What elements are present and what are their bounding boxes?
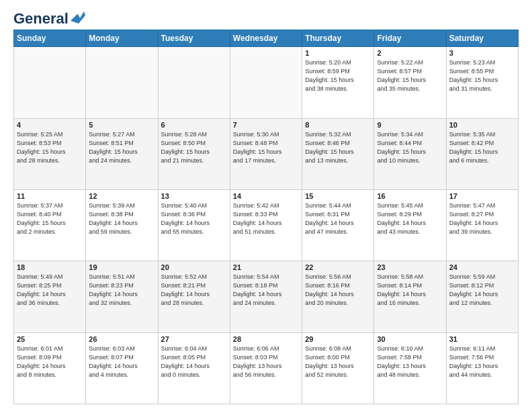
day-cell-20: 20Sunrise: 5:52 AM Sunset: 8:21 PM Dayli… bbox=[158, 261, 230, 332]
day-cell-5: 5Sunrise: 5:27 AM Sunset: 8:51 PM Daylig… bbox=[86, 118, 158, 189]
day-number: 2 bbox=[377, 49, 443, 57]
day-number: 30 bbox=[377, 335, 443, 343]
day-info: Sunrise: 5:40 AM Sunset: 8:36 PM Dayligh… bbox=[161, 201, 227, 236]
logo-bird-icon bbox=[71, 11, 85, 24]
logo-general: General bbox=[13, 10, 69, 27]
day-info: Sunrise: 5:47 AM Sunset: 8:27 PM Dayligh… bbox=[449, 201, 515, 236]
day-cell-3: 3Sunrise: 5:23 AM Sunset: 8:55 PM Daylig… bbox=[446, 47, 518, 118]
empty-cell bbox=[14, 47, 86, 118]
day-cell-28: 28Sunrise: 6:06 AM Sunset: 8:03 PM Dayli… bbox=[230, 332, 302, 404]
day-info: Sunrise: 5:35 AM Sunset: 8:42 PM Dayligh… bbox=[449, 130, 515, 165]
day-number: 12 bbox=[89, 192, 154, 200]
day-cell-26: 26Sunrise: 6:03 AM Sunset: 8:07 PM Dayli… bbox=[86, 332, 158, 404]
day-info: Sunrise: 5:44 AM Sunset: 8:31 PM Dayligh… bbox=[305, 201, 371, 236]
day-info: Sunrise: 5:42 AM Sunset: 8:33 PM Dayligh… bbox=[233, 201, 299, 236]
week-row-4: 18Sunrise: 5:49 AM Sunset: 8:25 PM Dayli… bbox=[14, 261, 519, 332]
day-info: Sunrise: 5:23 AM Sunset: 8:55 PM Dayligh… bbox=[449, 58, 515, 93]
day-number: 6 bbox=[161, 121, 227, 129]
day-number: 15 bbox=[305, 192, 371, 200]
day-number: 22 bbox=[305, 263, 371, 271]
day-number: 27 bbox=[161, 335, 227, 343]
day-number: 13 bbox=[161, 192, 227, 200]
day-info: Sunrise: 5:51 AM Sunset: 8:23 PM Dayligh… bbox=[89, 273, 154, 308]
day-number: 19 bbox=[89, 263, 154, 271]
day-cell-30: 30Sunrise: 6:10 AM Sunset: 7:58 PM Dayli… bbox=[374, 332, 446, 404]
day-info: Sunrise: 5:27 AM Sunset: 8:51 PM Dayligh… bbox=[89, 130, 154, 165]
day-info: Sunrise: 5:34 AM Sunset: 8:44 PM Dayligh… bbox=[377, 130, 443, 165]
logo-text-general: General bbox=[13, 11, 69, 27]
day-number: 7 bbox=[233, 121, 299, 129]
day-info: Sunrise: 5:20 AM Sunset: 8:59 PM Dayligh… bbox=[305, 58, 371, 93]
day-number: 24 bbox=[449, 263, 515, 271]
day-info: Sunrise: 5:56 AM Sunset: 8:16 PM Dayligh… bbox=[305, 273, 371, 308]
day-cell-6: 6Sunrise: 5:28 AM Sunset: 8:50 PM Daylig… bbox=[158, 118, 230, 189]
day-info: Sunrise: 5:28 AM Sunset: 8:50 PM Dayligh… bbox=[161, 130, 227, 165]
day-info: Sunrise: 6:06 AM Sunset: 8:03 PM Dayligh… bbox=[233, 345, 299, 379]
day-cell-21: 21Sunrise: 5:54 AM Sunset: 8:18 PM Dayli… bbox=[230, 261, 302, 332]
day-cell-29: 29Sunrise: 6:08 AM Sunset: 8:00 PM Dayli… bbox=[302, 332, 374, 404]
day-cell-25: 25Sunrise: 6:01 AM Sunset: 8:09 PM Dayli… bbox=[14, 332, 86, 404]
day-info: Sunrise: 6:10 AM Sunset: 7:58 PM Dayligh… bbox=[377, 345, 443, 379]
day-info: Sunrise: 5:39 AM Sunset: 8:38 PM Dayligh… bbox=[89, 201, 154, 236]
day-info: Sunrise: 6:11 AM Sunset: 7:56 PM Dayligh… bbox=[449, 345, 515, 379]
day-cell-2: 2Sunrise: 5:22 AM Sunset: 8:57 PM Daylig… bbox=[374, 47, 446, 118]
day-cell-16: 16Sunrise: 5:45 AM Sunset: 8:29 PM Dayli… bbox=[374, 189, 446, 261]
day-cell-24: 24Sunrise: 5:59 AM Sunset: 8:12 PM Dayli… bbox=[446, 261, 518, 332]
day-number: 5 bbox=[89, 121, 154, 129]
day-cell-1: 1Sunrise: 5:20 AM Sunset: 8:59 PM Daylig… bbox=[302, 47, 374, 118]
day-number: 14 bbox=[233, 192, 299, 200]
day-info: Sunrise: 5:22 AM Sunset: 8:57 PM Dayligh… bbox=[377, 58, 443, 93]
day-cell-18: 18Sunrise: 5:49 AM Sunset: 8:25 PM Dayli… bbox=[14, 261, 86, 332]
day-info: Sunrise: 5:52 AM Sunset: 8:21 PM Dayligh… bbox=[161, 273, 227, 308]
day-info: Sunrise: 5:25 AM Sunset: 8:53 PM Dayligh… bbox=[17, 130, 83, 165]
day-number: 31 bbox=[449, 335, 515, 343]
day-cell-9: 9Sunrise: 5:34 AM Sunset: 8:44 PM Daylig… bbox=[374, 118, 446, 189]
weekday-header-row: SundayMondayTuesdayWednesdayThursdayFrid… bbox=[14, 30, 519, 47]
week-row-1: 1Sunrise: 5:20 AM Sunset: 8:59 PM Daylig… bbox=[14, 47, 519, 118]
day-number: 4 bbox=[17, 121, 83, 129]
day-cell-19: 19Sunrise: 5:51 AM Sunset: 8:23 PM Dayli… bbox=[86, 261, 158, 332]
day-number: 17 bbox=[449, 192, 515, 200]
day-info: Sunrise: 6:08 AM Sunset: 8:00 PM Dayligh… bbox=[305, 345, 371, 379]
day-cell-12: 12Sunrise: 5:39 AM Sunset: 8:38 PM Dayli… bbox=[86, 189, 158, 261]
day-cell-31: 31Sunrise: 6:11 AM Sunset: 7:56 PM Dayli… bbox=[446, 332, 518, 404]
day-cell-10: 10Sunrise: 5:35 AM Sunset: 8:42 PM Dayli… bbox=[446, 118, 518, 189]
empty-cell bbox=[86, 47, 158, 118]
day-number: 28 bbox=[233, 335, 299, 343]
day-number: 23 bbox=[377, 263, 443, 271]
day-info: Sunrise: 5:54 AM Sunset: 8:18 PM Dayligh… bbox=[233, 273, 299, 308]
weekday-header-saturday: Saturday bbox=[446, 30, 518, 47]
day-cell-7: 7Sunrise: 5:30 AM Sunset: 8:48 PM Daylig… bbox=[230, 118, 302, 189]
weekday-header-wednesday: Wednesday bbox=[230, 30, 302, 47]
day-number: 25 bbox=[17, 335, 83, 343]
calendar-table: SundayMondayTuesdayWednesdayThursdayFrid… bbox=[13, 30, 519, 404]
empty-cell bbox=[158, 47, 230, 118]
day-info: Sunrise: 5:59 AM Sunset: 8:12 PM Dayligh… bbox=[449, 273, 515, 308]
header: General bbox=[13, 11, 519, 24]
day-info: Sunrise: 5:32 AM Sunset: 8:46 PM Dayligh… bbox=[305, 130, 371, 165]
day-cell-13: 13Sunrise: 5:40 AM Sunset: 8:36 PM Dayli… bbox=[158, 189, 230, 261]
day-number: 1 bbox=[305, 49, 371, 57]
day-info: Sunrise: 5:37 AM Sunset: 8:40 PM Dayligh… bbox=[17, 201, 83, 236]
day-info: Sunrise: 6:04 AM Sunset: 8:05 PM Dayligh… bbox=[161, 345, 227, 379]
weekday-header-monday: Monday bbox=[86, 30, 158, 47]
day-number: 11 bbox=[17, 192, 83, 200]
day-number: 9 bbox=[377, 121, 443, 129]
day-cell-8: 8Sunrise: 5:32 AM Sunset: 8:46 PM Daylig… bbox=[302, 118, 374, 189]
day-number: 26 bbox=[89, 335, 154, 343]
day-number: 20 bbox=[161, 263, 227, 271]
day-info: Sunrise: 5:45 AM Sunset: 8:29 PM Dayligh… bbox=[377, 201, 443, 236]
day-number: 16 bbox=[377, 192, 443, 200]
weekday-header-tuesday: Tuesday bbox=[158, 30, 230, 47]
day-cell-4: 4Sunrise: 5:25 AM Sunset: 8:53 PM Daylig… bbox=[14, 118, 86, 189]
day-cell-22: 22Sunrise: 5:56 AM Sunset: 8:16 PM Dayli… bbox=[302, 261, 374, 332]
weekday-header-thursday: Thursday bbox=[302, 30, 374, 47]
day-info: Sunrise: 5:49 AM Sunset: 8:25 PM Dayligh… bbox=[17, 273, 83, 308]
day-info: Sunrise: 5:58 AM Sunset: 8:14 PM Dayligh… bbox=[377, 273, 443, 308]
logo: General bbox=[13, 11, 85, 24]
day-info: Sunrise: 6:03 AM Sunset: 8:07 PM Dayligh… bbox=[89, 345, 154, 379]
day-cell-23: 23Sunrise: 5:58 AM Sunset: 8:14 PM Dayli… bbox=[374, 261, 446, 332]
weekday-header-sunday: Sunday bbox=[14, 30, 86, 47]
day-cell-14: 14Sunrise: 5:42 AM Sunset: 8:33 PM Dayli… bbox=[230, 189, 302, 261]
empty-cell bbox=[230, 47, 302, 118]
